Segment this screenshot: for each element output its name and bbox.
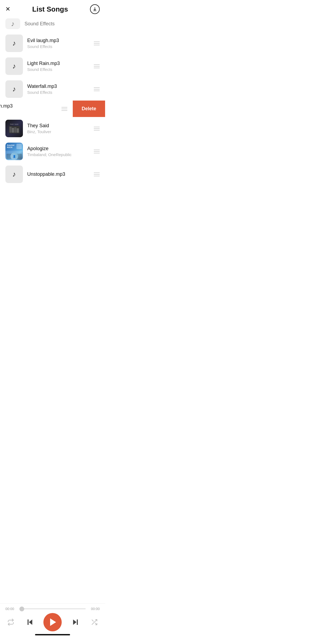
song-info: Light Rain.mp3 Sound Effects	[27, 61, 91, 72]
music-note-icon: ♪	[12, 170, 16, 178]
list-item[interactable]: ♪ Waterfall.mp3 Sound Effects	[0, 78, 105, 101]
list-item[interactable]: THEY SAID They Said Binz, Touliver	[0, 117, 105, 140]
song-info: Waterfall.mp3 Sound Effects	[27, 84, 91, 95]
song-info: Sound Effects	[25, 21, 100, 27]
song-name: They Said	[27, 123, 91, 129]
song-thumbnail: KuschelROCK 👤	[5, 143, 23, 160]
song-artist: Sound Effects	[27, 90, 91, 95]
list-item[interactable]: ♪ Unstoppable.mp3	[0, 163, 105, 186]
music-note-icon: ♪	[11, 20, 15, 28]
song-info: Apologize Timbaland; OneRepublic	[27, 146, 91, 157]
drag-handle[interactable]	[61, 107, 67, 111]
song-list: ♪ Sound Effects ♪ Evil laugh.mp3 Sound E…	[0, 17, 105, 186]
music-note-icon: ♪	[12, 39, 16, 47]
song-name: Light Rain.mp3	[27, 61, 91, 66]
song-name: Apologize	[27, 146, 91, 151]
song-name: Unstoppable.mp3	[27, 171, 91, 177]
drag-handle[interactable]	[94, 173, 100, 176]
song-info: Unstoppable.mp3	[27, 171, 91, 177]
song-artist: Timbaland; OneRepublic	[27, 152, 91, 157]
page-title: List Songs	[32, 5, 68, 13]
song-name: Waterfall.mp3	[27, 84, 91, 89]
list-item[interactable]: KuschelROCK 👤 Apologize Timbaland; OneRe…	[0, 140, 105, 163]
song-thumbnail: ♪	[5, 80, 23, 98]
song-info: Evil laugh.mp3 Sound Effects	[27, 38, 91, 49]
list-item[interactable]: ♪ Evil laugh.mp3 Sound Effects	[0, 32, 105, 55]
header: ✕ List Songs	[0, 0, 105, 17]
song-thumbnail: ♪	[5, 35, 23, 52]
list-item-swiped[interactable]: Delete Sandy Beach.mp3 Sound Effects	[0, 101, 105, 117]
drag-handle[interactable]	[94, 64, 100, 68]
song-thumbnail: ♪	[5, 18, 20, 29]
list-item[interactable]: ♪ Sound Effects	[0, 17, 105, 32]
list-item[interactable]: ♪ Light Rain.mp3 Sound Effects	[0, 55, 105, 78]
drag-handle[interactable]	[94, 87, 100, 91]
drag-handle[interactable]	[94, 150, 100, 153]
download-button[interactable]	[90, 4, 100, 14]
song-artist: Sound Effects	[0, 110, 59, 114]
song-thumbnail: ♪	[5, 57, 23, 75]
drag-handle[interactable]	[94, 42, 100, 45]
song-artist: Sound Effects	[27, 67, 91, 72]
music-note-icon: ♪	[12, 62, 16, 70]
close-button[interactable]: ✕	[5, 6, 10, 12]
song-item-inner[interactable]: Sandy Beach.mp3 Sound Effects	[0, 101, 73, 117]
song-name: Sound Effects	[25, 21, 100, 27]
song-thumbnail: ♪	[5, 166, 23, 183]
music-note-icon: ♪	[12, 85, 16, 93]
drag-handle[interactable]	[94, 127, 100, 130]
delete-reveal: Delete	[73, 101, 105, 117]
song-name: Sandy Beach.mp3	[0, 103, 59, 109]
song-thumbnail: THEY SAID	[5, 120, 23, 137]
delete-button[interactable]: Delete	[82, 106, 96, 112]
song-name: Evil laugh.mp3	[27, 38, 91, 43]
song-info: They Said Binz, Touliver	[27, 123, 91, 134]
song-artist: Sound Effects	[27, 44, 91, 49]
song-info: Sandy Beach.mp3 Sound Effects	[0, 103, 59, 114]
song-artist: Binz, Touliver	[27, 129, 91, 134]
